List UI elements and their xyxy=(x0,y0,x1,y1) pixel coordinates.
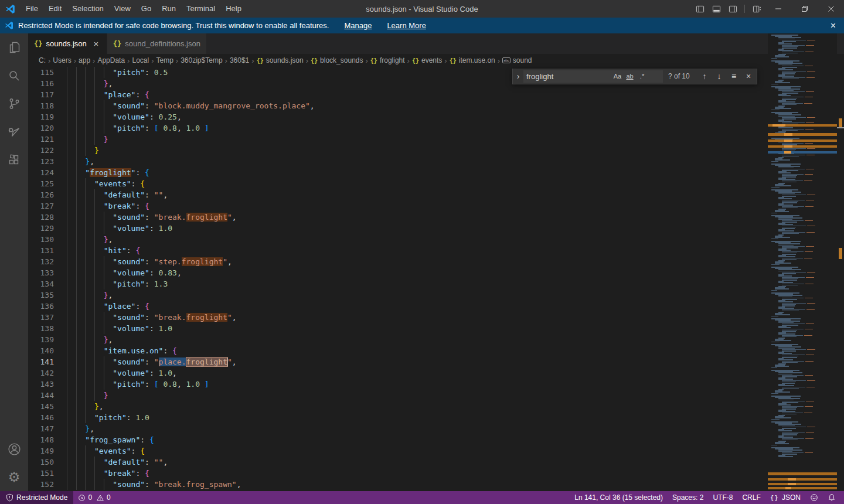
breadcrumb-item-block_sounds[interactable]: {}block_sounds xyxy=(311,56,363,64)
close-find-icon[interactable]: × xyxy=(744,71,753,81)
code-line-118[interactable]: 118 "sound": "block.muddy_mangrove_roots… xyxy=(28,100,768,111)
code-line-129[interactable]: 129 "volume": 1.0 xyxy=(28,223,768,234)
restore-button[interactable] xyxy=(791,0,818,18)
settings-gear-icon[interactable]: ⚙ xyxy=(0,463,28,491)
code-line-135[interactable]: 135 }, xyxy=(28,290,768,301)
code-line-139[interactable]: 139 }, xyxy=(28,334,768,345)
code-line-128[interactable]: 128 "sound": "break.froglight", xyxy=(28,212,768,223)
breadcrumb-item-sounds.json[interactable]: {}sounds.json xyxy=(257,56,304,64)
breadcrumb-item-360zip$Temp[interactable]: 360zip$Temp xyxy=(181,56,222,64)
manage-link[interactable]: Manage xyxy=(344,21,372,30)
code-line-149[interactable]: 149 "events": { xyxy=(28,445,768,457)
code-line-126[interactable]: 126 "default": "", xyxy=(28,189,768,200)
search-icon[interactable] xyxy=(0,62,28,90)
code-line-127[interactable]: 127 "break": { xyxy=(28,200,768,212)
breadcrumb-item-360$1[interactable]: 360$1 xyxy=(230,56,249,64)
toggle-primary-sidebar-icon[interactable] xyxy=(692,0,708,18)
breadcrumb-item-Local[interactable]: Local xyxy=(132,56,149,64)
breadcrumb-item-app[interactable]: app xyxy=(79,56,90,64)
status-indentation[interactable]: Spaces: 2 xyxy=(668,491,708,504)
menu-go[interactable]: Go xyxy=(136,0,156,18)
code-line-123[interactable]: 123 }, xyxy=(28,156,768,167)
code-editor[interactable]: 115 "pitch": 0.5116 },117 "place": {118 … xyxy=(28,67,768,491)
minimap[interactable] xyxy=(768,33,837,491)
code-line-120[interactable]: 120 "pitch": [ 0.8, 1.0 ] xyxy=(28,122,768,134)
status-language-mode[interactable]: {}JSON xyxy=(765,491,805,504)
code-line-147[interactable]: 147 }, xyxy=(28,423,768,434)
customize-layout-icon[interactable] xyxy=(748,0,765,18)
breadcrumb-item-item.use.on[interactable]: {}item.use.on xyxy=(450,56,495,64)
code-line-142[interactable]: 142 "volume": 1.0, xyxy=(28,367,768,379)
regex-toggle[interactable]: .* xyxy=(636,73,648,80)
code-line-125[interactable]: 125 "events": { xyxy=(28,178,768,189)
code-line-151[interactable]: 151 "break": { xyxy=(28,468,768,479)
run-and-debug-icon[interactable] xyxy=(0,118,28,146)
minimap-string xyxy=(807,427,815,428)
code-line-137[interactable]: 137 "sound": "break.froglight", xyxy=(28,312,768,323)
breadcrumb-item-Users[interactable]: Users xyxy=(53,56,71,64)
tab-sounds.json[interactable]: {}sounds.json× xyxy=(28,33,107,54)
find-in-selection-icon[interactable]: ≡ xyxy=(729,71,738,81)
breadcrumb-item-C:[interactable]: C: xyxy=(39,56,46,64)
status-feedback[interactable] xyxy=(805,491,823,504)
toggle-secondary-sidebar-icon[interactable] xyxy=(724,0,741,18)
toggle-replace-chevron-icon[interactable]: › xyxy=(514,71,522,81)
code-line-143[interactable]: 143 "pitch": [ 0.8, 1.0 ] xyxy=(28,379,768,390)
vertical-scrollbar[interactable] xyxy=(837,33,844,491)
restricted-mode-status[interactable]: Restricted Mode xyxy=(0,491,73,504)
code-line-131[interactable]: 131 "hit": { xyxy=(28,245,768,256)
previous-match-icon[interactable]: ↑ xyxy=(700,71,709,81)
code-line-119[interactable]: 119 "volume": 0.25, xyxy=(28,111,768,122)
banner-close-icon[interactable]: × xyxy=(831,21,836,31)
status-notifications[interactable] xyxy=(823,491,840,504)
code-line-133[interactable]: 133 "volume": 0.83, xyxy=(28,267,768,278)
breadcrumb-item-Temp[interactable]: Temp xyxy=(156,56,173,64)
code-line-132[interactable]: 132 "sound": "step.froglight", xyxy=(28,256,768,267)
whole-word-toggle[interactable]: ab xyxy=(624,73,636,80)
code-line-130[interactable]: 130 }, xyxy=(28,234,768,245)
code-line-144[interactable]: 144 } xyxy=(28,390,768,401)
status-encoding[interactable]: UTF-8 xyxy=(708,491,737,504)
close-tab-icon[interactable]: × xyxy=(91,39,101,49)
code-line-122[interactable]: 122 } xyxy=(28,145,768,156)
menu-terminal[interactable]: Terminal xyxy=(181,0,220,18)
code-line-146[interactable]: 146 "pitch": 1.0 xyxy=(28,412,768,423)
breadcrumb-item-events[interactable]: {}events xyxy=(412,56,442,64)
close-window-button[interactable] xyxy=(818,0,844,18)
source-control-icon[interactable] xyxy=(0,90,28,118)
code-line-150[interactable]: 150 "default": "", xyxy=(28,457,768,468)
explorer-icon[interactable] xyxy=(0,33,28,62)
code-line-152[interactable]: 152 "sound": "break.frog_spawn", xyxy=(28,479,768,490)
menu-file[interactable]: File xyxy=(21,0,43,18)
status-eol[interactable]: CRLF xyxy=(737,491,765,504)
problems-status[interactable]: 0 0 xyxy=(73,491,115,504)
code-line-117[interactable]: 117 "place": { xyxy=(28,89,768,100)
minimize-button[interactable] xyxy=(765,0,791,18)
extensions-icon[interactable] xyxy=(0,146,28,174)
code-line-121[interactable]: 121 } xyxy=(28,134,768,145)
toggle-panel-icon[interactable] xyxy=(708,0,724,18)
code-line-148[interactable]: 148 "frog_spawn": { xyxy=(28,434,768,445)
breadcrumb-item-AppData[interactable]: AppData xyxy=(97,56,125,64)
learn-more-link[interactable]: Learn More xyxy=(387,21,426,30)
next-match-icon[interactable]: ↓ xyxy=(714,71,724,81)
code-line-141[interactable]: 141 "sound": "place.froglight", xyxy=(28,356,768,367)
code-line-145[interactable]: 145 }, xyxy=(28,401,768,412)
code-line-140[interactable]: 140 "item.use.on": { xyxy=(28,345,768,356)
breadcrumb-item-sound[interactable]: abcsound xyxy=(502,56,532,64)
code-line-134[interactable]: 134 "pitch": 1.3 xyxy=(28,278,768,290)
status-cursor-position[interactable]: Ln 141, Col 36 (15 selected) xyxy=(570,491,668,504)
match-case-toggle[interactable]: Aa xyxy=(611,73,624,80)
find-input[interactable] xyxy=(523,72,611,81)
menu-edit[interactable]: Edit xyxy=(43,0,67,18)
code-line-138[interactable]: 138 "volume": 1.0 xyxy=(28,323,768,334)
menu-run[interactable]: Run xyxy=(156,0,181,18)
menu-help[interactable]: Help xyxy=(220,0,247,18)
tab-sound_definitions.json[interactable]: {}sound_definitions.json xyxy=(107,33,206,54)
accounts-icon[interactable] xyxy=(0,435,28,463)
code-line-136[interactable]: 136 "place": { xyxy=(28,301,768,312)
breadcrumb-item-froglight[interactable]: {}froglight xyxy=(370,56,405,64)
menu-view[interactable]: View xyxy=(109,0,136,18)
menu-selection[interactable]: Selection xyxy=(67,0,108,18)
code-line-124[interactable]: 124 "froglight": { xyxy=(28,167,768,178)
